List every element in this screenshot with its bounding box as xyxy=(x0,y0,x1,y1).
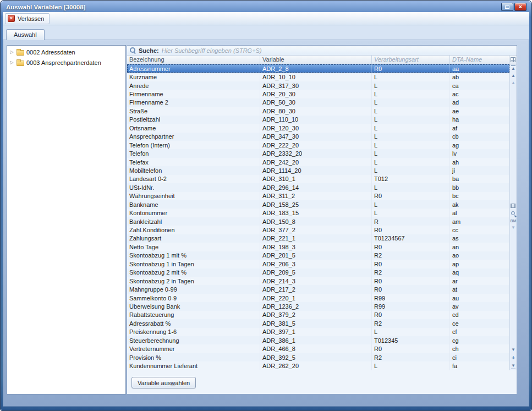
filter-icon[interactable]: ▼ xyxy=(511,226,515,230)
table-cell: bb xyxy=(450,183,509,191)
bookmark-icon[interactable]: BM xyxy=(511,219,517,223)
table-cell: cf xyxy=(450,328,509,336)
table-row[interactable]: BankleitzahlADR_150_8Ram xyxy=(127,217,509,226)
table-cell: R0 xyxy=(372,285,450,293)
table-row[interactable]: RabattsteuerungADR_379_2R0cd xyxy=(127,311,509,319)
table-cell: Mobiltelefon xyxy=(127,166,260,174)
table-row[interactable]: Provision %ADR_392_5R2ci xyxy=(127,353,509,361)
table-cell: R0 xyxy=(372,243,450,251)
table-row[interactable]: Skontoabzug 1 mit %ADR_201_5R2ao xyxy=(127,251,509,260)
table-cell: ci xyxy=(450,353,509,361)
exit-icon: × xyxy=(8,15,15,22)
table-row[interactable]: VertreternummerADR_466_8R0ch xyxy=(127,344,509,353)
table-row[interactable]: Mahngruppe 0-99ADR_217_2R0at xyxy=(127,285,509,293)
table-cell: ADR_296_14 xyxy=(260,183,372,191)
table-cell: an xyxy=(450,243,509,251)
table-cell: ad xyxy=(450,98,509,107)
table-row[interactable]: OrtsnameADR_120_30Laf xyxy=(127,124,509,132)
column-chooser-icon[interactable] xyxy=(511,204,515,208)
table-row[interactable]: Kundennummer LieferantADR_262_20Lfa xyxy=(127,361,509,370)
add-row-icon[interactable]: + xyxy=(512,355,515,361)
table-row[interactable]: Netto TageADR_198_3R0an xyxy=(127,243,509,251)
column-header-verarbeitungsart[interactable]: Verarbeitungsart xyxy=(372,56,450,64)
table-cell: cc xyxy=(450,226,509,234)
table-row[interactable]: TelefonADR_2332_20Llv xyxy=(127,149,509,157)
table-cell: ah xyxy=(450,158,509,166)
tree-item-label: 0003 Ansprechpartnerdaten xyxy=(26,59,101,66)
restore-button[interactable] xyxy=(501,3,513,11)
table-row[interactable]: Landesart 0-2ADR_310_1T012ba xyxy=(127,175,509,183)
table-cell: R2 xyxy=(372,353,450,361)
tree-item[interactable]: ▷0002 Adressdaten xyxy=(7,47,125,57)
table-cell: ADR_10_10 xyxy=(260,73,372,81)
table-row[interactable]: ZahlungsartADR_221_1T01234567as xyxy=(127,234,509,243)
table-cell: Kundennummer Lieferant xyxy=(127,361,260,370)
table-cell: ADR_262_20 xyxy=(260,361,372,370)
table-row[interactable]: KurznameADR_10_10Lab xyxy=(127,73,509,81)
scroll-down-icon[interactable]: ▼ xyxy=(511,348,515,352)
table-cell: Anrede xyxy=(127,81,260,90)
nav-middle: BM▼ xyxy=(511,204,517,230)
tab-auswahl[interactable]: Auswahl xyxy=(6,29,45,40)
column-chooser-button[interactable] xyxy=(509,56,517,64)
table-row[interactable]: Skontoabzug 1 in TagenADR_206_3R0ap xyxy=(127,260,509,268)
table-row[interactable]: Firmenname 2ADR_50_30Lad xyxy=(127,98,509,107)
window-controls: × xyxy=(501,3,526,11)
table-row[interactable]: SteuerberechnungADR_386_1T012345cg xyxy=(127,336,509,344)
table-cell: Preiskennung 1-6 xyxy=(127,328,260,336)
table-cell: R0 xyxy=(372,260,450,268)
table-cell: L xyxy=(372,328,450,336)
table-row[interactable]: Zahl.KonditionenADR_377_2R0cc xyxy=(127,226,509,234)
table-row[interactable]: FirmennameADR_20_30Lac xyxy=(127,90,509,98)
expander-icon[interactable]: ▷ xyxy=(9,50,14,54)
table-row[interactable]: AnredeADR_317_30Lca xyxy=(127,81,509,90)
scroll-up-icon[interactable]: ▲ xyxy=(511,74,515,78)
title-bar[interactable]: Auswahl Variablen [30008] × xyxy=(6,2,528,12)
table-row[interactable]: MobiltelefonADR_1114_20Lji xyxy=(127,166,509,174)
table-row[interactable]: Skontoabzug 2 mit %ADR_209_5R2aq xyxy=(127,268,509,277)
search-input[interactable] xyxy=(162,47,514,54)
table-row[interactable]: Adressrabatt %ADR_381_5R2ce xyxy=(127,319,509,327)
table-cell: Sammelkonto 0-9 xyxy=(127,294,260,302)
search-bar: Suche: xyxy=(127,46,517,56)
grid-body: AdressnummerADR_2_8R0aaKurznameADR_10_10… xyxy=(127,64,509,370)
table-cell: R0 xyxy=(372,64,450,73)
column-header-variable[interactable]: Variable xyxy=(260,56,372,64)
table-row[interactable]: Überweisung BankADR_1236_2R99av xyxy=(127,302,509,310)
table-row[interactable]: BanknameADR_158_25Lak xyxy=(127,200,509,209)
table-row[interactable]: USt-IdNr.ADR_296_14Lbb xyxy=(127,183,509,191)
table-cell: L xyxy=(372,116,450,124)
table-row[interactable]: Telefon (Intern)ADR_222_20Lag xyxy=(127,141,509,149)
tree-item[interactable]: ▷0003 Ansprechpartnerdaten xyxy=(7,57,125,68)
table-row[interactable]: PostleitzahlADR_110_10Lha xyxy=(127,116,509,124)
table-row[interactable]: TelefaxADR_242_20Lah xyxy=(127,158,509,166)
table-cell: Kurzname xyxy=(127,73,260,81)
table-row[interactable]: WährungseinheitADR_311_2R0bc xyxy=(127,192,509,200)
table-row[interactable]: Preiskennung 1-6ADR_397_1Lcf xyxy=(127,328,509,336)
page-up-icon[interactable]: ▲ xyxy=(511,81,515,85)
column-header-dta-name[interactable]: DTA-Name xyxy=(450,56,509,64)
table-row[interactable]: StraßeADR_80_30Lae xyxy=(127,107,509,115)
table-cell: ADR_386_1 xyxy=(260,336,372,344)
table-cell: L xyxy=(372,81,450,90)
toolbar: × Verlassen xyxy=(3,12,529,25)
table-cell: Postleitzahl xyxy=(127,116,260,124)
close-button[interactable]: × xyxy=(514,3,526,11)
table-row[interactable]: AnsprechpartnerADR_347_30Lcb xyxy=(127,133,509,141)
table-row[interactable]: KontonummerADR_183_15Lal xyxy=(127,209,509,217)
table-row[interactable]: AdressnummerADR_2_8R0aa xyxy=(127,64,509,73)
table-row[interactable]: Sammelkonto 0-9ADR_220_1R99au xyxy=(127,294,509,302)
table-cell: ADR_347_30 xyxy=(260,133,372,141)
variable-auswaehlen-button[interactable]: Variable auswählen xyxy=(131,377,196,388)
table-cell: Telefon xyxy=(127,149,260,157)
verlassen-button[interactable]: × Verlassen xyxy=(5,13,50,24)
search-icon[interactable] xyxy=(511,211,516,216)
table-row[interactable]: Skontoabzug 2 in TagenADR_214_3R0ar xyxy=(127,277,509,285)
scroll-first-icon[interactable]: ▲ xyxy=(511,65,515,71)
table-cell: ag xyxy=(450,141,509,149)
expander-icon[interactable]: ▷ xyxy=(9,60,14,65)
column-header-bezeichnung[interactable]: Bezeichnung xyxy=(127,56,260,64)
scroll-last-icon[interactable]: ▼ xyxy=(511,364,515,369)
table-cell: ADR_183_15 xyxy=(260,209,372,217)
table-cell: ADR_1236_2 xyxy=(260,302,372,310)
